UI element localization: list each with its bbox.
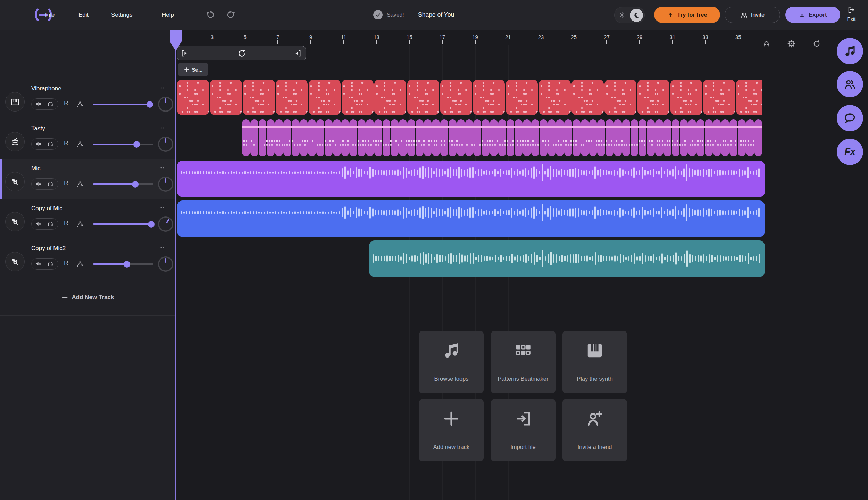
midi-loop-segment[interactable] [637, 80, 669, 115]
track-name[interactable]: Mic [31, 165, 40, 172]
midi-loop-segment[interactable] [736, 80, 762, 115]
midi-loop-segment[interactable] [571, 80, 603, 115]
card-browse-loops[interactable]: Browse loops [419, 331, 484, 393]
solo-headphones-button[interactable] [47, 221, 53, 227]
midi-loop-segment[interactable] [604, 80, 636, 115]
redo-button[interactable] [226, 0, 236, 30]
loop-toggle-button[interactable] [811, 38, 821, 49]
track-instrument-icon[interactable] [5, 252, 25, 271]
menu-edit[interactable]: Edit [78, 0, 89, 30]
sidebar-effects-button[interactable]: Fx [837, 139, 863, 165]
grid-settings-button[interactable] [786, 38, 796, 49]
solo-headphones-button[interactable] [47, 261, 53, 267]
mute-button[interactable] [35, 181, 42, 187]
sidebar-chat-button[interactable] [837, 105, 863, 131]
menu-help[interactable]: Help [162, 0, 174, 30]
card-patterns-beatmaker[interactable]: Patterns Beatmaker [491, 331, 556, 393]
automation-button[interactable] [76, 180, 84, 188]
clip-copy-of-mic2[interactable] [369, 240, 765, 277]
record-arm-button[interactable]: R [64, 260, 68, 267]
midi-loop-segment[interactable] [506, 80, 538, 115]
automation-button[interactable] [76, 140, 84, 148]
track-menu-button[interactable] [159, 245, 165, 250]
pan-knob[interactable] [158, 256, 173, 272]
pan-knob[interactable] [158, 177, 173, 192]
record-arm-button[interactable]: R [64, 180, 68, 187]
midi-loop-segment[interactable] [539, 80, 571, 115]
volume-slider-knob[interactable] [147, 101, 153, 108]
loop-cycle-button[interactable] [237, 49, 247, 58]
invite-button[interactable]: Invite [725, 7, 780, 23]
light-mode-icon[interactable] [618, 11, 626, 19]
track-menu-button[interactable] [159, 85, 165, 90]
record-arm-button[interactable]: R [64, 100, 68, 107]
record-arm-button[interactable]: R [64, 220, 68, 227]
automation-button[interactable] [76, 100, 84, 108]
mute-button[interactable] [35, 141, 42, 147]
midi-loop-segment[interactable] [473, 80, 505, 115]
solo-headphones-button[interactable] [47, 141, 53, 147]
record-arm-button[interactable]: R [64, 140, 68, 147]
pan-knob[interactable] [158, 216, 173, 232]
exit-button[interactable]: Exit [841, 0, 861, 30]
midi-loop-segment[interactable] [440, 80, 472, 115]
track-header-vibraphone[interactable]: VibraphoneR [0, 79, 175, 119]
midi-loop-segment[interactable] [342, 80, 374, 115]
add-new-track-button[interactable]: Add New Track [0, 292, 175, 303]
dark-mode-knob[interactable] [630, 9, 643, 22]
volume-slider-knob[interactable] [133, 141, 140, 148]
sidebar-loops-button[interactable] [837, 38, 863, 64]
track-instrument-icon[interactable] [5, 92, 25, 112]
track-menu-button[interactable] [159, 125, 165, 130]
automation-button[interactable] [76, 220, 84, 228]
card-invite-a-friend[interactable]: Invite a friend [562, 399, 627, 461]
snap-magnet-button[interactable] [761, 38, 771, 49]
clip-copy-of-mic[interactable] [177, 200, 765, 237]
track-menu-button[interactable] [159, 165, 165, 170]
menu-file[interactable]: File [45, 0, 55, 30]
track-header-copy-of-mic[interactable]: Copy of MicR [0, 199, 175, 239]
track-name[interactable]: Tasty [31, 125, 45, 132]
solo-headphones-button[interactable] [47, 101, 53, 107]
track-instrument-icon[interactable] [5, 212, 25, 231]
clip-tasty[interactable] [242, 119, 762, 156]
mute-button[interactable] [35, 221, 42, 227]
clip-mic[interactable] [177, 161, 765, 197]
theme-toggle[interactable] [614, 7, 645, 23]
track-instrument-icon[interactable] [5, 172, 25, 191]
midi-loop-segment[interactable] [210, 80, 242, 115]
volume-slider-knob[interactable] [124, 261, 130, 268]
punch-in-handle[interactable] [181, 49, 190, 58]
track-header-tasty[interactable]: TastyR [0, 119, 175, 159]
midi-loop-segment[interactable] [670, 80, 702, 115]
midi-loop-segment[interactable] [703, 80, 735, 115]
automation-button[interactable] [76, 260, 84, 268]
midi-loop-segment[interactable] [243, 80, 275, 115]
undo-button[interactable] [206, 0, 215, 30]
midi-loop-segment[interactable] [276, 80, 308, 115]
mute-button[interactable] [35, 261, 42, 267]
pan-knob[interactable] [158, 137, 173, 152]
track-header-copy-of-mic2[interactable]: Copy of Mic2R [0, 239, 175, 279]
track-name[interactable]: Copy of Mic [31, 205, 62, 212]
try-for-free-button[interactable]: Try for free [654, 7, 720, 23]
solo-headphones-button[interactable] [47, 181, 53, 187]
midi-loop-segment[interactable] [374, 80, 406, 115]
card-add-new-track[interactable]: Add new track [419, 399, 484, 461]
track-name[interactable]: Vibraphone [31, 85, 61, 92]
punch-out-handle[interactable] [293, 49, 302, 58]
track-instrument-icon[interactable] [5, 132, 25, 151]
card-import-file[interactable]: Import file [491, 399, 556, 461]
track-menu-button[interactable] [159, 205, 165, 210]
card-play-the-synth[interactable]: Play the synth [562, 331, 627, 393]
mute-button[interactable] [35, 101, 42, 107]
loop-region-bar[interactable] [177, 46, 306, 60]
track-header-mic[interactable]: MicR [0, 159, 175, 199]
volume-slider-knob[interactable] [148, 221, 155, 228]
export-button[interactable]: Export [785, 7, 840, 23]
add-section-button[interactable]: Se... [178, 63, 208, 76]
midi-loop-segment[interactable] [407, 80, 439, 115]
sidebar-collaborators-button[interactable] [837, 71, 863, 97]
clip-vibraphone[interactable] [177, 80, 762, 115]
pan-knob[interactable] [158, 97, 173, 112]
